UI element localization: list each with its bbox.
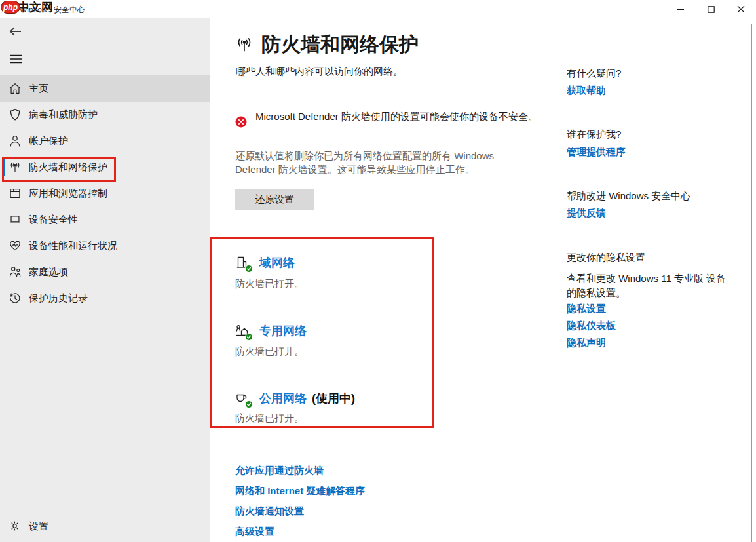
sidebar-item-home[interactable]: 主页 bbox=[0, 75, 210, 102]
private-network-link[interactable]: 专用网络 bbox=[259, 323, 312, 339]
person-icon bbox=[8, 134, 22, 148]
shield-icon bbox=[8, 107, 22, 122]
aside-privacy-heading: 更改你的隐私设置 bbox=[567, 252, 645, 264]
sidebar-item-family[interactable]: 家庭选项 bbox=[0, 259, 210, 285]
check-badge-icon bbox=[245, 333, 253, 341]
watermark-text: 中文网 bbox=[18, 0, 53, 15]
network-internet-troubleshooter-link[interactable]: 网络和 Internet 疑难解答程序 bbox=[235, 485, 365, 497]
check-badge-icon bbox=[245, 400, 253, 408]
sidebar-item-label: 设置 bbox=[29, 520, 48, 533]
php-logo: php bbox=[1, 1, 20, 14]
back-arrow-icon bbox=[9, 26, 22, 37]
warning-message: Microsoft Defender 防火墙使用的设置可能会使你的设备不安全。 bbox=[255, 109, 544, 124]
aside-question-heading: 有什么疑问? bbox=[567, 68, 621, 80]
sidebar-item-firewall[interactable]: 防火墙和网络保护 bbox=[0, 154, 210, 180]
window-controls bbox=[666, 0, 756, 18]
get-help-link[interactable]: 获取帮助 bbox=[567, 85, 606, 97]
back-button[interactable] bbox=[5, 22, 26, 41]
hamburger-icon bbox=[10, 54, 22, 64]
aside-improve-heading: 帮助改进 Windows 安全中心 bbox=[567, 190, 690, 203]
sidebar-item-label: 家庭选项 bbox=[29, 266, 68, 279]
sidebar-item-label: 设备安全性 bbox=[29, 214, 78, 226]
sidebar-item-label: 设备性能和运行状况 bbox=[29, 240, 117, 252]
aside-privacy-body: 查看和更改 Windows 11 专业版 设备的隐私设置。 bbox=[567, 271, 734, 300]
privacy-dashboard-link[interactable]: 隐私仪表板 bbox=[567, 320, 616, 332]
maximize-button[interactable] bbox=[696, 0, 726, 18]
private-network-status: 防火墙已打开。 bbox=[235, 345, 304, 358]
sidebar-item-app-browser[interactable]: 应用和浏览器控制 bbox=[0, 180, 210, 206]
app-browser-icon bbox=[8, 186, 22, 201]
sidebar-item-label: 防火墙和网络保护 bbox=[29, 161, 107, 174]
page-subtitle: 哪些人和哪些内容可以访问你的网络。 bbox=[236, 66, 403, 78]
firewall-icon bbox=[8, 160, 22, 174]
manage-providers-link[interactable]: 管理提供程序 bbox=[567, 146, 626, 159]
sidebar-item-device-security[interactable]: 设备安全性 bbox=[0, 206, 210, 233]
public-network-link[interactable]: 公用网络(使用中) bbox=[259, 391, 355, 406]
error-icon bbox=[235, 116, 247, 128]
public-network-active: (使用中) bbox=[312, 392, 355, 405]
domain-network-link[interactable]: 域网络 bbox=[259, 255, 300, 271]
gear-icon bbox=[9, 520, 23, 534]
advanced-settings-link[interactable]: 高级设置 bbox=[235, 526, 274, 538]
sidebar-item-label: 帐户保护 bbox=[29, 135, 68, 147]
restore-settings-button[interactable]: 还原设置 bbox=[235, 189, 314, 210]
close-button[interactable] bbox=[726, 0, 756, 18]
sidebar-item-label: 病毒和威胁防护 bbox=[29, 109, 98, 121]
private-network-label: 专用网络 bbox=[259, 324, 307, 338]
sidebar-item-label: 应用和浏览器控制 bbox=[29, 187, 107, 200]
aside-protecting-heading: 谁在保护我? bbox=[567, 128, 621, 141]
sidebar: 主页 病毒和威胁防护 帐户保护 防火墙和网络保护 bbox=[0, 18, 210, 542]
titlebar: Windows 安全中心 php 中文网 bbox=[0, 0, 756, 18]
give-feedback-link[interactable]: 提供反馈 bbox=[567, 207, 606, 220]
firewall-notification-settings-link[interactable]: 防火墙通知设置 bbox=[235, 505, 304, 518]
warning-description: 还原默认值将删除你已为所有网络位置配置的所有 Windows Defender … bbox=[235, 149, 509, 176]
hamburger-menu-button[interactable] bbox=[5, 50, 26, 68]
page-title: 防火墙和网络保护 bbox=[261, 31, 419, 58]
sidebar-item-history[interactable]: 保护历史记录 bbox=[0, 285, 210, 311]
privacy-settings-link[interactable]: 隐私设置 bbox=[567, 303, 606, 315]
minimize-button[interactable] bbox=[666, 0, 696, 18]
public-network-icon bbox=[234, 390, 251, 407]
check-badge-icon bbox=[245, 265, 253, 273]
performance-icon bbox=[8, 239, 22, 253]
firewall-header-icon bbox=[234, 35, 255, 56]
vertical-scrollbar[interactable] bbox=[751, 24, 752, 542]
windows-security-window: Windows 安全中心 php 中文网 主页 bbox=[0, 0, 756, 542]
sidebar-item-label: 主页 bbox=[29, 83, 48, 95]
sidebar-item-virus-threat[interactable]: 病毒和威胁防护 bbox=[0, 102, 210, 128]
public-network-label: 公用网络 bbox=[259, 392, 307, 405]
domain-network-icon bbox=[234, 254, 251, 271]
sidebar-item-settings[interactable]: 设置 bbox=[0, 513, 210, 539]
sidebar-item-performance[interactable]: 设备性能和运行状况 bbox=[0, 233, 210, 259]
domain-network-label: 域网络 bbox=[259, 256, 295, 269]
sidebar-item-account[interactable]: 帐户保护 bbox=[0, 128, 210, 154]
domain-network-status: 防火墙已打开。 bbox=[235, 278, 304, 290]
private-network-icon bbox=[234, 322, 251, 339]
family-icon bbox=[8, 265, 22, 279]
sidebar-item-label: 保护历史记录 bbox=[29, 292, 88, 305]
privacy-statement-link[interactable]: 隐私声明 bbox=[567, 337, 606, 349]
device-security-icon bbox=[8, 212, 22, 227]
history-icon bbox=[8, 291, 22, 305]
public-network-status: 防火墙已打开。 bbox=[235, 412, 304, 425]
selected-accent-bar bbox=[3, 159, 5, 176]
home-icon bbox=[8, 81, 22, 96]
allow-app-through-firewall-link[interactable]: 允许应用通过防火墙 bbox=[235, 465, 324, 477]
